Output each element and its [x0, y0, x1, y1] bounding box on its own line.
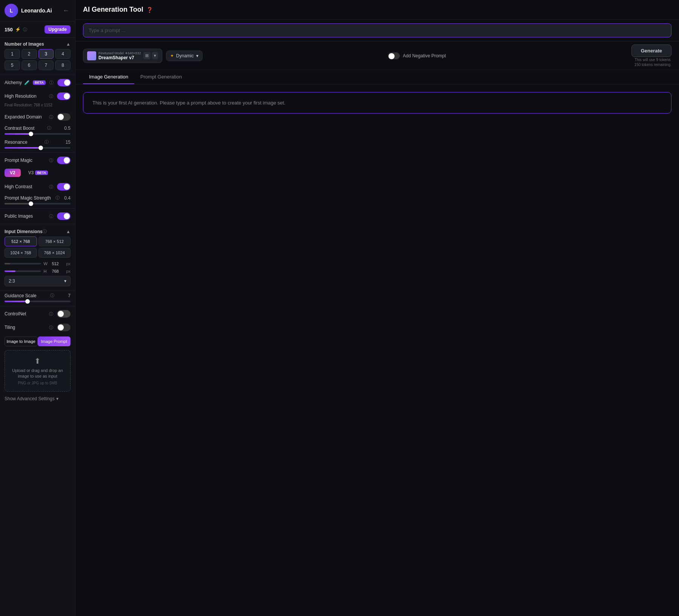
prompt-magic-toggle[interactable] — [57, 157, 71, 164]
image-to-image-tab[interactable]: Image to Image — [5, 336, 38, 346]
aspect-ratio-value: 2:3 — [9, 278, 15, 284]
model-grid-icon[interactable]: ⊞ — [143, 52, 151, 59]
upload-sub: PNG or JPG up to 5MB — [8, 381, 67, 385]
num-btn-8[interactable]: 8 — [55, 60, 71, 70]
num-btn-5[interactable]: 5 — [5, 60, 20, 70]
contrast-boost-info[interactable]: ⓘ — [47, 125, 51, 131]
high-resolution-toggle[interactable] — [57, 92, 71, 100]
number-of-images-header[interactable]: Number of Images ▲ — [0, 38, 75, 49]
num-btn-2[interactable]: 2 — [22, 49, 37, 59]
num-btn-6[interactable]: 6 — [22, 60, 37, 70]
prompt-input[interactable] — [83, 23, 671, 37]
controlnet-toggle[interactable] — [57, 310, 71, 318]
height-label: H — [43, 269, 49, 273]
upload-link[interactable]: Upload or drag and drop — [12, 368, 57, 373]
alchemy-info-icon[interactable]: ⓘ — [49, 80, 54, 86]
help-icon[interactable]: ❓ — [146, 7, 153, 13]
number-of-images-label: Number of Images — [5, 41, 44, 47]
num-btn-4[interactable]: 4 — [55, 49, 71, 59]
image-generation-tab[interactable]: Image Generation — [83, 70, 134, 84]
upload-area[interactable]: ⬆ Upload or drag and drop an image to us… — [5, 350, 71, 392]
expanded-domain-label: Expanded Domain — [5, 114, 47, 120]
tiling-row: Tiling ⓘ — [0, 321, 75, 334]
aspect-ratio-chevron: ▾ — [64, 278, 66, 284]
guidance-scale-track[interactable] — [5, 301, 71, 302]
public-images-toggle[interactable] — [57, 212, 71, 220]
public-images-info[interactable]: ⓘ — [49, 214, 53, 219]
v3-tab[interactable]: V3 BETA — [23, 169, 54, 177]
model-selector[interactable]: Finetuned Model ✦640×832 DreamShaper v7 … — [83, 49, 162, 63]
prompt-magic-strength-fill — [5, 203, 31, 204]
model-chevron[interactable]: ▾ — [152, 52, 158, 59]
style-selector[interactable]: ✦ Dynamic ▾ — [166, 51, 203, 61]
token-icon: ⚡ — [15, 27, 21, 32]
model-name: DreamShaper v7 — [98, 55, 141, 60]
toolbar: Finetuned Model ✦640×832 DreamShaper v7 … — [75, 41, 679, 70]
guidance-scale-info[interactable]: ⓘ — [50, 293, 54, 298]
token-count: 150 — [5, 27, 13, 32]
expanded-domain-info-icon[interactable]: ⓘ — [49, 114, 53, 120]
image-prompt-tab[interactable]: Image Prompt — [38, 336, 71, 346]
contrast-boost-value: 0.5 — [64, 126, 71, 131]
width-label: W — [43, 261, 49, 266]
main-header: AI Generation Tool ❓ — [75, 0, 679, 20]
num-btn-7[interactable]: 7 — [38, 60, 54, 70]
controlnet-info[interactable]: ⓘ — [49, 311, 53, 317]
prompt-magic-label: Prompt Magic — [5, 158, 47, 163]
high-contrast-info[interactable]: ⓘ — [49, 184, 53, 190]
prompt-magic-strength-track[interactable] — [5, 203, 71, 204]
upgrade-button[interactable]: Upgrade — [45, 25, 71, 34]
sidebar: L Leonardo.Ai ← 150 ⚡ ⓘ Upgrade Number o… — [0, 0, 75, 616]
alchemy-label: Alchemy — [5, 80, 22, 85]
page-title: AI Generation Tool — [83, 6, 143, 14]
input-dimensions-info[interactable]: ⓘ — [43, 229, 47, 234]
negative-prompt-toggle[interactable] — [388, 52, 400, 59]
prompt-magic-strength-row: Prompt Magic Strength ⓘ 0.4 — [0, 194, 75, 207]
show-advanced-label: Show Advanced Settings — [5, 396, 55, 401]
show-advanced-arrow: ▾ — [56, 396, 58, 401]
width-unit: px — [66, 261, 71, 266]
resonance-track[interactable] — [5, 147, 71, 149]
generate-button[interactable]: Generate — [631, 45, 671, 57]
generate-area: Generate This will use 9 tokens. 150 tok… — [631, 45, 671, 67]
height-slider[interactable] — [5, 270, 41, 272]
num-btn-1[interactable]: 1 — [5, 49, 20, 59]
width-slider[interactable] — [5, 263, 41, 264]
high-contrast-toggle[interactable] — [57, 183, 71, 190]
prompt-generation-tab[interactable]: Prompt Generation — [134, 70, 188, 84]
aspect-ratio-row: 2:3 ▾ — [0, 274, 75, 289]
prompt-magic-info[interactable]: ⓘ — [49, 158, 53, 163]
number-of-images-chevron: ▲ — [66, 41, 71, 47]
guidance-scale-thumb — [25, 299, 30, 304]
alchemy-icon: 🧪 — [24, 80, 30, 85]
tiling-toggle[interactable] — [57, 324, 71, 331]
model-subtitle: Finetuned Model ✦640×832 — [98, 51, 141, 55]
token-note-2: 150 tokens remaining. — [634, 63, 671, 67]
high-resolution-row: High Resolution ⓘ — [0, 89, 75, 103]
height-unit: px — [66, 269, 71, 273]
high-resolution-info-icon[interactable]: ⓘ — [49, 94, 53, 99]
dim-512x768[interactable]: 512 × 768 — [5, 237, 37, 246]
sidebar-header: L Leonardo.Ai ← — [0, 0, 75, 22]
alchemy-toggle[interactable] — [57, 79, 71, 86]
dim-1024x768[interactable]: 1024 × 768 — [5, 248, 37, 258]
contrast-boost-track[interactable] — [5, 133, 71, 135]
public-images-row: Public Images ⓘ — [0, 209, 75, 223]
aspect-ratio-dropdown[interactable]: 2:3 ▾ — [5, 276, 71, 286]
expanded-domain-toggle[interactable] — [57, 113, 71, 121]
num-btn-3[interactable]: 3 — [38, 49, 54, 59]
tiling-info[interactable]: ⓘ — [49, 325, 53, 330]
sidebar-collapse-button[interactable]: ← — [61, 6, 71, 15]
v3-label: V3 — [28, 170, 34, 175]
prompt-magic-strength-label: Prompt Magic Strength — [5, 195, 51, 201]
token-info-icon[interactable]: ⓘ — [23, 27, 27, 32]
input-dimensions-header[interactable]: Input Dimensions ⓘ ▲ — [0, 225, 75, 237]
prompt-magic-strength-info[interactable]: ⓘ — [55, 195, 60, 201]
show-advanced-button[interactable]: Show Advanced Settings ▾ — [0, 393, 75, 406]
controlnet-row: ControlNet ⓘ — [0, 307, 75, 321]
dim-768x512[interactable]: 768 × 512 — [38, 237, 71, 246]
resonance-info[interactable]: ⓘ — [45, 139, 49, 145]
dim-768x1024[interactable]: 768 × 1024 — [38, 248, 71, 258]
v2-tab[interactable]: V2 — [5, 169, 21, 177]
resonance-value: 15 — [66, 140, 71, 145]
